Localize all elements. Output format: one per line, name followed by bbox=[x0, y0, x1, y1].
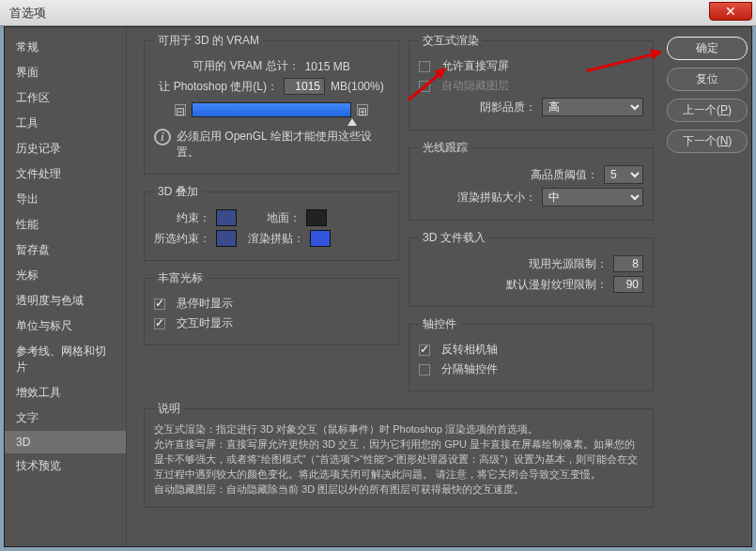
raytrace-group: 光线跟踪 高品质阈值： 5 渲染拼贴大小： 中 bbox=[409, 140, 654, 221]
reset-button[interactable]: 复位 bbox=[667, 68, 748, 91]
vram-legend: 可用于 3D 的 VRAM bbox=[154, 33, 263, 49]
hover-label: 悬停时显示 bbox=[177, 296, 233, 312]
window-title: 首选项 bbox=[9, 5, 46, 22]
reverse-checkbox[interactable] bbox=[419, 344, 430, 356]
lights-input[interactable] bbox=[613, 255, 643, 272]
desc-text: 交互式渲染：指定进行 3D 对象交互（鼠标事件）时 Photoshop 渲染选项… bbox=[154, 422, 643, 497]
separate-label: 分隔轴控件 bbox=[441, 361, 498, 377]
interact-checkbox[interactable] bbox=[154, 318, 165, 329]
constraint-label: 约束： bbox=[154, 210, 210, 226]
sidebar-item-9[interactable]: 光标 bbox=[5, 263, 126, 288]
vram-slider[interactable] bbox=[192, 102, 351, 117]
sidebar-item-3[interactable]: 工具 bbox=[5, 111, 126, 136]
interactive-legend: 交互式渲染 bbox=[419, 33, 483, 49]
slider-thumb-icon bbox=[347, 118, 357, 126]
lights-label: 现用光源限制： bbox=[529, 256, 608, 272]
vram-use-input[interactable] bbox=[284, 78, 325, 95]
axis-legend: 轴控件 bbox=[419, 316, 460, 332]
slider-min-icon: ⊟ bbox=[175, 104, 186, 115]
vram-group: 可用于 3D 的 VRAM 可用的 VRAM 总计： 1015 MB 让 Pho… bbox=[144, 33, 399, 175]
sidebar-item-13[interactable]: 增效工具 bbox=[5, 380, 126, 406]
content: 可用于 3D 的 VRAM 可用的 VRAM 总计： 1015 MB 让 Pho… bbox=[127, 27, 663, 546]
desc-group: 说明 交互式渲染：指定进行 3D 对象交互（鼠标事件）时 Photoshop 渲… bbox=[144, 401, 654, 508]
threshold-select[interactable]: 5 bbox=[604, 165, 643, 184]
tiles-select[interactable]: 中 bbox=[542, 188, 643, 207]
shadow-label: 阴影品质： bbox=[480, 99, 536, 115]
cursors-group: 丰富光标 悬停时显示 交互时显示 bbox=[144, 270, 399, 345]
titlebar: 首选项 ✕ bbox=[0, 0, 756, 26]
sel-constraint-label: 所选约束： bbox=[154, 231, 210, 247]
sidebar-item-5[interactable]: 文件处理 bbox=[5, 161, 126, 187]
sidebar-item-1[interactable]: 界面 bbox=[5, 60, 126, 85]
sidebar-item-10[interactable]: 透明度与色域 bbox=[5, 288, 126, 314]
ground-swatch[interactable] bbox=[306, 209, 327, 226]
direct-checkbox[interactable] bbox=[419, 61, 430, 72]
desc-legend: 说明 bbox=[154, 401, 184, 417]
ok-button[interactable]: 确定 bbox=[667, 37, 748, 60]
autohide-label: 自动隐藏图层 bbox=[441, 78, 509, 94]
shadow-select[interactable]: 高 bbox=[542, 98, 643, 116]
fileload-group: 3D 文件载入 现用光源限制： 默认漫射纹理限制： bbox=[409, 230, 654, 307]
interact-label: 交互时显示 bbox=[177, 315, 233, 331]
next-button[interactable]: 下一个(N) bbox=[667, 130, 748, 153]
slider-max-icon: ⊞ bbox=[357, 104, 368, 115]
sidebar-item-15[interactable]: 3D bbox=[5, 431, 126, 453]
sidebar-item-14[interactable]: 文字 bbox=[5, 406, 126, 431]
threshold-label: 高品质阈值： bbox=[531, 167, 598, 183]
render-tiles-label: 渲染拼贴： bbox=[248, 231, 304, 247]
overlay3d-group: 3D 叠加 约束： 地面： 所选约束： 渲染拼贴： bbox=[144, 184, 399, 261]
separate-checkbox[interactable] bbox=[419, 364, 430, 375]
sidebar-item-4[interactable]: 历史记录 bbox=[5, 136, 126, 161]
sidebar-item-8[interactable]: 暂存盘 bbox=[5, 237, 126, 263]
button-column: 确定 复位 上一个(P) 下一个(N) bbox=[663, 27, 751, 546]
hover-checkbox[interactable] bbox=[154, 298, 165, 310]
sidebar-item-0[interactable]: 常规 bbox=[5, 35, 126, 60]
direct-label: 允许直接写屏 bbox=[441, 58, 509, 74]
textures-input[interactable] bbox=[613, 276, 643, 293]
prev-button[interactable]: 上一个(P) bbox=[667, 99, 748, 122]
overlay3d-legend: 3D 叠加 bbox=[154, 184, 202, 200]
sidebar-item-6[interactable]: 导出 bbox=[5, 187, 126, 212]
vram-use-suffix: MB(100%) bbox=[331, 80, 384, 93]
vram-total-value: 1015 MB bbox=[305, 60, 350, 73]
interactive-group: 交互式渲染 允许直接写屏 自动隐藏图层 阴影品质： 高 bbox=[409, 33, 654, 130]
constraint-swatch[interactable] bbox=[216, 209, 237, 226]
sidebar: 常规界面工作区工具历史记录文件处理导出性能暂存盘光标透明度与色域单位与标尺参考线… bbox=[5, 27, 127, 546]
ground-label: 地面： bbox=[267, 210, 301, 226]
render-tiles-swatch[interactable] bbox=[310, 230, 331, 247]
dialog-body: 常规界面工作区工具历史记录文件处理导出性能暂存盘光标透明度与色域单位与标尺参考线… bbox=[4, 26, 752, 547]
textures-label: 默认漫射纹理限制： bbox=[506, 277, 608, 293]
cursors-legend: 丰富光标 bbox=[154, 270, 207, 286]
sidebar-item-16[interactable]: 技术预览 bbox=[5, 453, 126, 479]
raytrace-legend: 光线跟踪 bbox=[419, 140, 471, 156]
vram-total-label: 可用的 VRAM 总计： bbox=[193, 58, 299, 74]
fileload-legend: 3D 文件载入 bbox=[419, 230, 489, 246]
sidebar-item-7[interactable]: 性能 bbox=[5, 212, 126, 237]
vram-use-label: 让 Photoshop 使用(L)： bbox=[159, 79, 278, 95]
sidebar-item-12[interactable]: 参考线、网格和切片 bbox=[5, 339, 126, 380]
info-icon: i bbox=[154, 129, 171, 145]
close-button[interactable]: ✕ bbox=[709, 2, 752, 21]
vram-note: 必须启用 OpenGL 绘图才能使用这些设置。 bbox=[177, 129, 389, 161]
sel-constraint-swatch[interactable] bbox=[216, 230, 237, 247]
sidebar-item-2[interactable]: 工作区 bbox=[5, 85, 126, 111]
sidebar-item-11[interactable]: 单位与标尺 bbox=[5, 314, 126, 339]
tiles-label: 渲染拼贴大小： bbox=[457, 190, 536, 206]
axis-group: 轴控件 反转相机轴 分隔轴控件 bbox=[409, 316, 654, 391]
reverse-label: 反转相机轴 bbox=[441, 342, 498, 358]
